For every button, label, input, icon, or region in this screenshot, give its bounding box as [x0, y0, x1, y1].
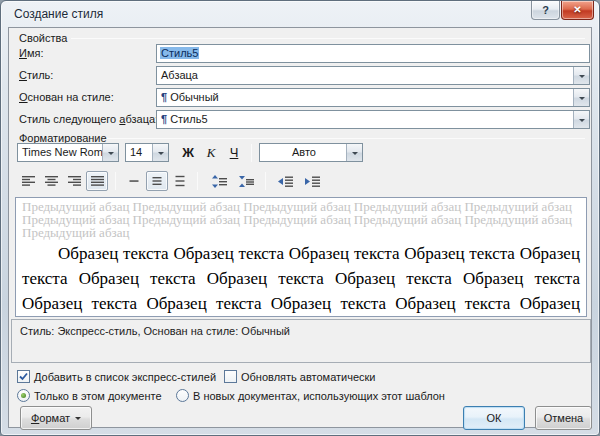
font-name-combobox[interactable]: Times New Roman	[17, 143, 119, 162]
ok-button[interactable]: ОК	[463, 406, 525, 430]
create-style-dialog: Создание стиля ? ✕ Свойства Имя: Стиль5 …	[0, 0, 600, 436]
name-value: Стиль5	[160, 47, 199, 59]
paragraph-spacing-increase-icon	[212, 175, 227, 188]
format-button[interactable]: Формат	[20, 406, 92, 430]
style-type-value: Абзаца	[161, 69, 198, 81]
toolbar-separator	[115, 172, 116, 190]
chevron-down-icon[interactable]	[152, 144, 168, 161]
align-justify-icon	[91, 175, 104, 188]
paragraph-spacing-increase-button[interactable]	[207, 171, 232, 191]
paragraph-spacing-decrease-button[interactable]	[234, 171, 259, 191]
help-icon[interactable]: ?	[531, 1, 560, 20]
previous-paragraph-text: Предыдущий абзац Предыдущий абзац Предыд…	[22, 200, 580, 239]
bold-button[interactable]: Ж	[177, 143, 199, 163]
based-on-value: Обычный	[170, 91, 219, 103]
toolbar-separator	[197, 172, 198, 190]
style-type-label: Стиль:	[19, 69, 53, 81]
style-preview-pane: Предыдущий абзац Предыдущий абзац Предыд…	[15, 197, 587, 317]
title-bar[interactable]: Создание стиля ? ✕	[1, 1, 599, 27]
font-size-value: 14	[130, 146, 142, 158]
dialog-title: Создание стиля	[14, 7, 103, 21]
align-left-icon	[22, 175, 35, 188]
name-label: Имя:	[19, 47, 43, 59]
pilcrow-icon: ¶	[161, 91, 167, 103]
section-divider	[107, 138, 585, 139]
auto-update-checkbox[interactable]	[224, 370, 237, 383]
align-justify-button[interactable]	[86, 171, 108, 191]
font-size-combobox[interactable]: 14	[125, 143, 169, 162]
italic-icon: К	[207, 144, 216, 162]
font-color-value: Авто	[292, 146, 316, 158]
line-spacing-medium-icon	[151, 175, 163, 187]
underline-icon: Ч	[230, 144, 239, 162]
line-spacing-double-icon	[174, 175, 186, 187]
chevron-down-icon[interactable]	[573, 67, 589, 84]
cancel-button[interactable]: Отмена	[535, 406, 592, 430]
only-this-document-label[interactable]: Только в этом документе	[34, 390, 162, 402]
line-spacing-single-icon	[128, 175, 140, 187]
align-left-button[interactable]	[17, 171, 39, 191]
indent-increase-icon	[305, 175, 320, 188]
toolbar-separator	[251, 144, 252, 162]
underline-button[interactable]: Ч	[223, 143, 245, 163]
paragraph-spacing-decrease-icon	[239, 175, 254, 188]
checkmark-icon	[18, 371, 29, 382]
auto-update-label[interactable]: Обновлять автоматически	[241, 371, 376, 383]
style-description: Стиль: Экспресс-стиль, Основан на стиле:…	[11, 319, 591, 363]
indent-decrease-button[interactable]	[273, 171, 298, 191]
align-center-icon	[45, 175, 58, 188]
line-spacing-medium-button[interactable]	[146, 171, 168, 191]
chevron-down-icon[interactable]	[346, 144, 362, 161]
font-color-combobox[interactable]: Авто	[259, 143, 363, 162]
based-on-label: Основан на стиле:	[19, 91, 114, 103]
based-on-combobox[interactable]: ¶Обычный	[156, 88, 590, 107]
add-to-quick-style-label[interactable]: Добавить в список экспресс-стилей	[34, 371, 216, 383]
next-paragraph-style-combobox[interactable]: ¶Стиль5	[156, 110, 590, 129]
sample-text: Образец текста Образец текста Образец те…	[22, 241, 580, 317]
next-paragraph-style-label: Стиль следующего абзаца:	[19, 113, 158, 125]
bold-icon: Ж	[182, 144, 194, 162]
pilcrow-icon: ¶	[161, 113, 167, 125]
italic-button[interactable]: К	[200, 143, 222, 163]
chevron-down-icon[interactable]	[573, 89, 589, 106]
toolbar-separator	[265, 172, 266, 190]
align-right-button[interactable]	[63, 171, 85, 191]
line-spacing-double-button[interactable]	[169, 171, 191, 191]
chevron-down-icon[interactable]	[573, 111, 589, 128]
chevron-down-icon	[75, 417, 81, 423]
align-center-button[interactable]	[40, 171, 62, 191]
only-this-document-radio[interactable]	[17, 389, 30, 402]
section-divider	[71, 38, 585, 39]
close-icon[interactable]: ✕	[561, 1, 594, 20]
dialog-body: Свойства Имя: Стиль5 Стиль: Абзаца Основ…	[8, 27, 592, 428]
align-right-icon	[68, 175, 81, 188]
format-button-label: Формат	[31, 412, 70, 424]
properties-section-label: Свойства	[19, 32, 67, 44]
style-type-combobox[interactable]: Абзаца	[156, 66, 590, 85]
new-documents-label[interactable]: В новых документах, использующих этот ша…	[193, 390, 445, 402]
indent-increase-button[interactable]	[300, 171, 325, 191]
indent-decrease-icon	[278, 175, 293, 188]
line-spacing-single-button[interactable]	[123, 171, 145, 191]
add-to-quick-style-checkbox[interactable]	[17, 370, 30, 383]
name-input[interactable]: Стиль5	[156, 44, 590, 63]
new-documents-radio[interactable]	[176, 389, 189, 402]
chevron-down-icon[interactable]	[102, 144, 118, 161]
next-paragraph-style-value: Стиль5	[170, 113, 207, 125]
